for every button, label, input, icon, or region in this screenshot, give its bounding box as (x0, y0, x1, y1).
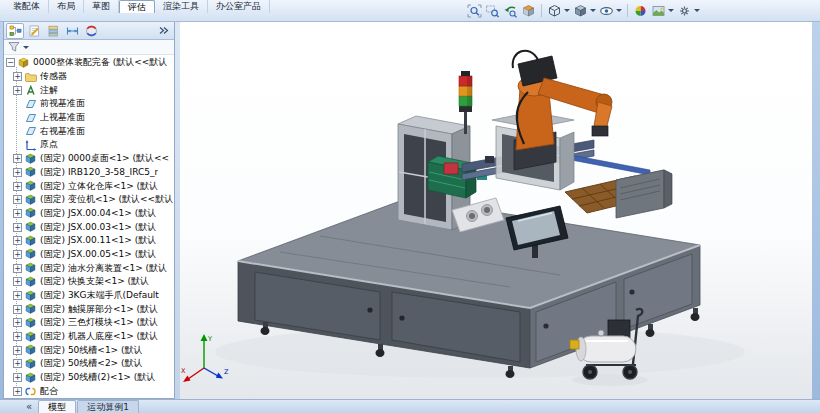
3d-model[interactable]: Y X Z (180, 22, 812, 399)
component-icon (24, 344, 38, 356)
panel-tab-featuremanager[interactable] (6, 23, 24, 39)
ribbon-tab[interactable]: 渲染工具 (155, 0, 208, 13)
tree-item[interactable]: (固定) 机器人底座<1> (默认 (13, 330, 174, 344)
study-tab[interactable]: 运动算例1 (77, 400, 139, 413)
panel-tab-propertymanager[interactable] (25, 23, 43, 39)
tree-item[interactable]: 右视基准面 (13, 124, 174, 138)
expander-icon[interactable] (13, 223, 22, 232)
expander-icon[interactable] (13, 236, 22, 245)
tree-item[interactable]: (固定) JSX.00.03<1> (默认 (13, 220, 174, 234)
tree-item-label: (固定) 3KG末端手爪(Default (40, 289, 159, 302)
graphics-area[interactable]: Y X Z (180, 22, 812, 399)
expander-icon[interactable] (13, 72, 22, 81)
tree-item[interactable]: (固定) 触摸屏部分<1> (默认 (13, 302, 174, 316)
tree-item[interactable]: (固定) 油水分离装置<1> (默认 (13, 261, 174, 275)
command-tabs: 装配体 布局 草图 评估 渲染工具 办公室产品 (5, 0, 270, 13)
filter-icon[interactable] (7, 38, 21, 57)
expander-icon[interactable] (13, 113, 22, 122)
tree-item[interactable]: (固定) 0000桌面<1> (默认<< (13, 152, 174, 166)
ribbon-tab[interactable]: 布局 (49, 0, 84, 13)
tree-item[interactable]: (固定) JSX.00.11<1> (默认 (13, 234, 174, 248)
component-icon (24, 221, 38, 233)
zoom-area-icon[interactable] (484, 3, 501, 19)
panel-tab-strip (4, 22, 174, 40)
expander-icon[interactable] (13, 168, 22, 177)
expander-icon[interactable] (13, 264, 22, 273)
expander-icon[interactable] (13, 346, 22, 355)
expander-icon[interactable] (13, 154, 22, 163)
view-orientation-icon[interactable] (546, 3, 563, 19)
tree-item[interactable]: (固定) 50线槽(2)<1> (默认 (13, 371, 174, 385)
section-view-icon[interactable] (520, 3, 537, 19)
dropdown-caret-icon[interactable] (668, 9, 674, 12)
expander-icon[interactable] (13, 86, 22, 95)
tree-item[interactable]: (固定) 50线槽<1> (默认 (13, 343, 174, 357)
tree-item[interactable]: 传感器 (13, 70, 174, 84)
expander-icon[interactable] (13, 291, 22, 300)
previous-view-icon[interactable] (502, 3, 519, 19)
dropdown-caret-icon[interactable] (564, 9, 570, 12)
study-tab[interactable]: 模型 (38, 400, 76, 413)
panel-tab-displaymanager[interactable] (82, 23, 100, 39)
ribbon-tab[interactable]: 办公室产品 (208, 0, 270, 13)
zoom-fit-icon[interactable] (466, 3, 483, 19)
expander-icon[interactable] (13, 99, 22, 108)
expander-icon[interactable] (13, 318, 22, 327)
expander-icon[interactable] (13, 332, 22, 341)
tree-item[interactable]: (固定) 3KG末端手爪(Default (13, 289, 174, 303)
tree-item[interactable]: 注解 (13, 83, 174, 97)
dropdown-caret-icon[interactable] (694, 9, 700, 12)
mates-icon (24, 385, 38, 397)
expander-icon[interactable] (13, 277, 22, 286)
filter-dropdown-caret-icon[interactable] (23, 46, 29, 49)
apply-scene-icon[interactable] (650, 3, 667, 19)
tree-item[interactable]: (固定) 立体化仓库<1> (默认 (13, 179, 174, 193)
expander-icon[interactable] (13, 387, 22, 396)
tree-item[interactable]: 配合 (13, 385, 174, 399)
tab-scroll-left-icon[interactable]: « (26, 401, 32, 413)
expander-icon[interactable] (13, 359, 22, 368)
tree-item-label: 传感器 (40, 70, 67, 83)
panel-tab-configurationmanager[interactable] (44, 23, 62, 39)
expander-icon[interactable] (13, 250, 22, 259)
tree-root-item[interactable]: 0000整体装配完备 (默认<<默认 (4, 56, 174, 70)
controller-box[interactable] (616, 170, 672, 218)
tree-item[interactable]: (固定) 变位机<1> (默认<<默认 (13, 193, 174, 207)
expander-icon[interactable] (13, 305, 22, 314)
tree-item[interactable]: (固定) 50线槽<2> (默认 (13, 357, 174, 371)
tree-item[interactable]: 前视基准面 (13, 97, 174, 111)
ribbon-tab[interactable]: 评估 (119, 0, 155, 13)
tree-item[interactable]: (固定) 三色灯模块<1> (默认 (13, 316, 174, 330)
edit-appearance-icon[interactable] (632, 3, 649, 19)
tree-children: 传感器 注解 (13, 70, 174, 398)
tree-item[interactable]: (固定) 快换支架<1> (默认 (13, 275, 174, 289)
dropdown-caret-icon[interactable] (616, 9, 622, 12)
tree-item[interactable]: (固定) IRB120_3-58_IRC5_r (13, 166, 174, 180)
annotation-icon (24, 84, 38, 96)
tree-item-label: 前视基准面 (40, 97, 85, 110)
view-settings-icon[interactable] (676, 3, 693, 19)
tree-item-label: 原点 (40, 138, 58, 151)
assembly-icon (17, 57, 31, 69)
tree-item-label: 上视基准面 (40, 111, 85, 124)
expander-icon[interactable] (6, 58, 15, 67)
expander-icon[interactable] (13, 195, 22, 204)
display-style-icon[interactable] (572, 3, 589, 19)
panel-tab-dimxpertmanager[interactable] (63, 23, 81, 39)
component-icon (24, 317, 38, 329)
tree-item[interactable]: 上视基准面 (13, 111, 174, 125)
expander-icon[interactable] (13, 182, 22, 191)
tree-item[interactable]: 原点 (13, 138, 174, 152)
ribbon-tab[interactable]: 装配体 (5, 0, 49, 13)
dropdown-caret-icon[interactable] (590, 9, 596, 12)
expander-icon[interactable] (13, 127, 22, 136)
expander-icon[interactable] (13, 209, 22, 218)
tree-item[interactable]: (固定) JSX.00.04<1> (默认 (13, 207, 174, 221)
hide-show-items-icon[interactable] (598, 3, 615, 19)
tree-item[interactable]: (固定) JSX.00.05<1> (默认 (13, 248, 174, 262)
expander-icon[interactable] (13, 373, 22, 382)
folder-icon (24, 71, 38, 83)
expander-icon[interactable] (13, 140, 22, 149)
ribbon-tab[interactable]: 草图 (84, 0, 119, 13)
panel-tabs-overflow-icon[interactable] (154, 23, 172, 39)
